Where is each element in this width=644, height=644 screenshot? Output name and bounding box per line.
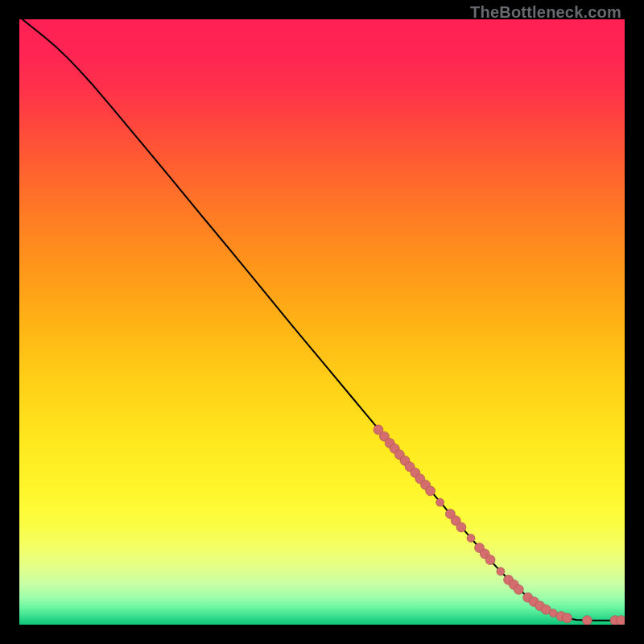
main-curve (23, 19, 622, 621)
data-point (485, 555, 495, 565)
chart-container: TheBottleneck.com (0, 0, 644, 644)
data-point (497, 568, 505, 576)
data-point (616, 616, 625, 625)
data-point (514, 584, 523, 594)
data-point (563, 613, 572, 623)
data-point (467, 534, 475, 542)
curve-layer (19, 19, 625, 625)
plot-area (19, 19, 625, 625)
data-point (426, 486, 436, 496)
data-point (436, 498, 444, 506)
data-point (582, 616, 592, 625)
scatter-points (374, 425, 625, 625)
data-point (456, 522, 466, 532)
